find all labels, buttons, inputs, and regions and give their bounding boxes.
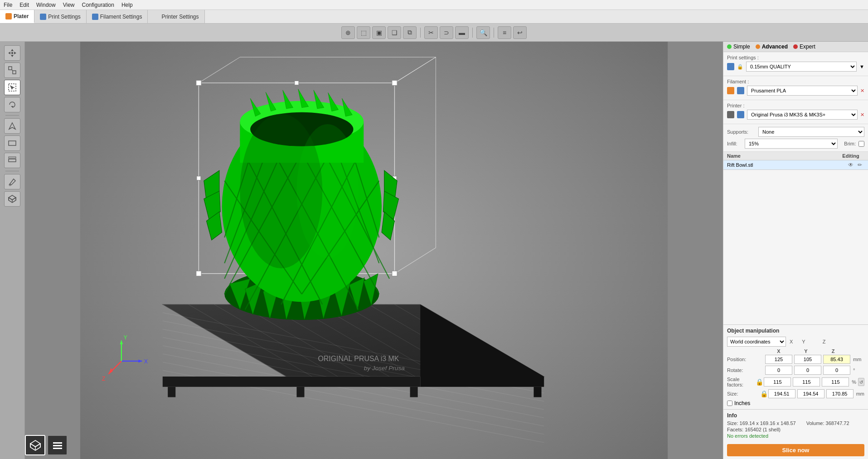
- list-view-btn[interactable]: [47, 435, 68, 455]
- menu-view[interactable]: View: [63, 2, 75, 8]
- scale-unit: %: [852, 379, 856, 385]
- toolbar-menu-btn[interactable]: ≡: [498, 26, 511, 39]
- print-settings-section: Print settings : 🔒 0.15mm QUALITY ▼: [723, 52, 868, 76]
- size-lock-icon[interactable]: 🔒: [760, 390, 766, 397]
- menu-file[interactable]: File: [4, 2, 12, 8]
- toolbar-mirror-btn[interactable]: ⧉: [403, 26, 417, 39]
- infill-row: Infill: 15% Brim:: [727, 139, 864, 149]
- tab-print-settings[interactable]: Print Settings: [34, 10, 86, 23]
- tool-paint[interactable]: [4, 174, 20, 189]
- tool-rotate[interactable]: [4, 97, 20, 112]
- 3d-view-btn[interactable]: [25, 435, 45, 455]
- svg-rect-5: [9, 67, 12, 70]
- toolbar-zoom-btn[interactable]: 🔍: [476, 26, 490, 39]
- item-filename: Rift Bowl.stl: [727, 162, 846, 168]
- tab-plater-label: Plater: [14, 13, 29, 19]
- toolbar-copy-btn[interactable]: ❑: [388, 26, 401, 39]
- info-size-label: Size:: [727, 420, 738, 426]
- supports-label: Supports:: [727, 129, 756, 135]
- print-settings-select[interactable]: 0.15mm QUALITY: [746, 62, 857, 72]
- size-z-input[interactable]: [826, 389, 853, 398]
- tab-filament-settings[interactable]: Filament Settings: [87, 10, 148, 23]
- infill-select[interactable]: 15%: [745, 139, 838, 149]
- info-facets-value: 165402 (1 shell): [745, 427, 781, 432]
- tab-plater[interactable]: Plater: [0, 10, 34, 23]
- size-y-input[interactable]: [797, 389, 824, 398]
- toolbar-undo-btn[interactable]: ↩: [513, 26, 527, 39]
- slice-now-button[interactable]: Slice now: [727, 444, 864, 456]
- plater-icon: [5, 13, 12, 19]
- scale-reset-btn[interactable]: ↺: [858, 378, 864, 386]
- axis-headers: X Y Z: [729, 348, 864, 354]
- brim-checkbox[interactable]: [858, 141, 864, 147]
- tool-select[interactable]: [4, 80, 20, 95]
- svg-rect-4: [11, 52, 13, 54]
- menu-configuration[interactable]: Configuration: [82, 2, 114, 8]
- eye-icon[interactable]: 👁: [846, 162, 855, 168]
- toolbar-layer-btn[interactable]: ▬: [455, 26, 469, 39]
- rotate-y-input[interactable]: [794, 366, 821, 375]
- svg-marker-9: [10, 85, 15, 90]
- svg-text:ORIGINAL PRUSA i3 MK: ORIGINAL PRUSA i3 MK: [318, 355, 399, 362]
- menu-edit[interactable]: Edit: [19, 2, 29, 8]
- tab-printer-settings[interactable]: Printer Settings: [148, 10, 204, 23]
- svg-rect-60: [197, 176, 201, 180]
- tool-move[interactable]: [4, 45, 20, 61]
- viewport[interactable]: ORIGINAL PRUSA i3 MK by Josef Prusa: [25, 42, 723, 459]
- tool-rect[interactable]: [4, 135, 20, 151]
- mode-expert-label: Expert: [800, 43, 815, 50]
- left-toolbar: [0, 42, 25, 459]
- filament-type-icon: [737, 87, 744, 94]
- toolbar-add-btn[interactable]: ⊕: [341, 26, 355, 39]
- svg-marker-2: [8, 52, 10, 54]
- scale-lock-icon[interactable]: 🔒: [756, 378, 762, 386]
- svg-marker-0: [11, 49, 14, 51]
- printer-label: Printer :: [727, 103, 745, 108]
- inches-label: Inches: [734, 400, 750, 406]
- toolbar-cut-btn[interactable]: ✂: [424, 26, 438, 39]
- list-item[interactable]: Rift Bowl.stl 👁 ✏: [723, 160, 868, 170]
- printer-select[interactable]: Original Prusa i3 MK3S & MK3S+: [747, 110, 858, 120]
- size-x-input[interactable]: [768, 389, 795, 398]
- svg-rect-67: [392, 271, 397, 276]
- print-settings-value-row: 🔒 0.15mm QUALITY ▼: [727, 62, 864, 72]
- mode-advanced[interactable]: Advanced: [756, 43, 788, 50]
- scale-x-input[interactable]: [764, 377, 791, 387]
- position-z-input[interactable]: [823, 355, 850, 364]
- right-panel: Simple Advanced Expert Print settings : …: [723, 42, 868, 459]
- svg-marker-3: [14, 52, 16, 54]
- position-x-input[interactable]: [765, 355, 792, 364]
- toolbar-support-btn[interactable]: ⊃: [440, 26, 453, 39]
- tool-layer[interactable]: [4, 153, 20, 168]
- edit-icon[interactable]: ✏: [855, 162, 864, 168]
- position-y-input[interactable]: [794, 355, 821, 364]
- printer-value-row: Original Prusa i3 MK3S & MK3S+ ✕: [727, 110, 864, 120]
- menu-window[interactable]: Window: [36, 2, 56, 8]
- printer-lock-icon: [737, 111, 744, 118]
- toolbar-arrange-btn[interactable]: ⬚: [357, 26, 370, 39]
- scale-z-input[interactable]: [822, 377, 849, 387]
- print-settings-row: Print settings :: [727, 55, 864, 60]
- print-settings-label: Print settings :: [727, 55, 759, 60]
- tab-printer-settings-label: Printer Settings: [161, 14, 199, 20]
- print-settings-icon: [727, 63, 734, 70]
- col-edit-header: Editing: [837, 153, 864, 159]
- coord-system-select[interactable]: World coordinates Local coordinates: [727, 337, 786, 347]
- svg-rect-64: [196, 80, 201, 85]
- brim-label: Brim:: [844, 141, 856, 146]
- inches-checkbox[interactable]: [727, 401, 732, 406]
- tool-cube[interactable]: [4, 191, 20, 207]
- printer-icon: [727, 111, 734, 118]
- scale-y-input[interactable]: [793, 377, 820, 387]
- rotate-z-input[interactable]: [823, 366, 850, 375]
- filament-select[interactable]: Prusament PLA: [747, 86, 858, 96]
- toolbar-part-btn[interactable]: ▣: [372, 26, 386, 39]
- mode-expert[interactable]: Expert: [793, 43, 815, 50]
- tab-print-settings-label: Print Settings: [48, 14, 80, 20]
- tool-scale[interactable]: [4, 63, 20, 78]
- mode-simple[interactable]: Simple: [727, 43, 750, 50]
- menu-help[interactable]: Help: [121, 2, 133, 8]
- supports-select[interactable]: None: [758, 127, 864, 137]
- rotate-x-input[interactable]: [765, 366, 792, 375]
- tool-cut[interactable]: [4, 118, 20, 134]
